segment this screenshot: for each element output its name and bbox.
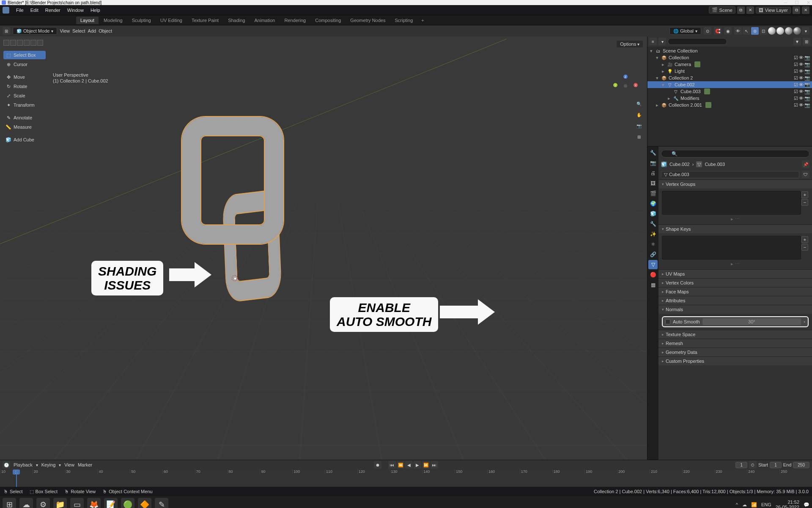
breadcrumb-b[interactable]: Cube.003 bbox=[705, 162, 725, 167]
tl-menu-keying[interactable]: Keying bbox=[41, 462, 56, 467]
app-icon-1[interactable]: ▭ bbox=[70, 498, 84, 508]
panel-attributes-header[interactable]: ▸Attributes bbox=[658, 296, 812, 305]
explorer-icon[interactable]: 📁 bbox=[53, 498, 67, 508]
tool-add-cube[interactable]: 🧊Add Cube bbox=[3, 135, 46, 144]
tl-menu-marker[interactable]: Marker bbox=[78, 462, 92, 467]
play-reverse-icon[interactable]: ◀ bbox=[405, 461, 413, 469]
proptab-object[interactable]: 🧊 bbox=[648, 209, 658, 218]
tab-compositing[interactable]: Compositing bbox=[311, 17, 345, 24]
tab-modeling[interactable]: Modeling bbox=[99, 17, 127, 24]
notepad-icon[interactable]: 📝 bbox=[104, 498, 118, 508]
sel-mode-3-icon[interactable] bbox=[17, 40, 23, 46]
remove-icon[interactable]: − bbox=[801, 199, 808, 206]
panel-remesh-header[interactable]: ▸Remesh bbox=[658, 339, 812, 348]
proptab-world[interactable]: 🌍 bbox=[648, 199, 658, 208]
proptab-material[interactable]: 🔴 bbox=[648, 270, 658, 279]
restrict-select-icon[interactable]: ☑ bbox=[794, 62, 798, 67]
outliner-new-collection-icon[interactable]: ⊞ bbox=[803, 38, 810, 45]
restrict-select-icon[interactable]: ☑ bbox=[794, 69, 798, 74]
tool-scale[interactable]: ⤢Scale bbox=[3, 91, 46, 100]
outliner-row[interactable]: ▾▽Cube.002☑👁📷 bbox=[647, 81, 812, 88]
tab-scripting[interactable]: Scripting bbox=[390, 17, 417, 24]
proptab-constraints[interactable]: 🔗 bbox=[648, 250, 658, 259]
proptab-physics[interactable]: ⚛ bbox=[648, 240, 658, 249]
disclosure-icon[interactable]: ▸ bbox=[661, 69, 665, 74]
tool-move[interactable]: ✥Move bbox=[3, 73, 46, 81]
gizmo-y-icon[interactable]: Y bbox=[613, 83, 617, 87]
keyframe-prev-icon[interactable]: ⏪ bbox=[397, 461, 404, 469]
proptab-modifiers[interactable]: 🔧 bbox=[648, 219, 658, 229]
eye-icon[interactable]: 👁 bbox=[799, 82, 804, 88]
eye-icon[interactable]: 👁 bbox=[799, 69, 804, 74]
viewport-menu-add[interactable]: Add bbox=[88, 28, 96, 33]
expand-icon[interactable]: ▸ ⋯ bbox=[662, 260, 809, 267]
restrict-select-icon[interactable]: ☑ bbox=[794, 75, 798, 81]
disclosure-icon[interactable]: ▸ bbox=[661, 62, 665, 67]
viewport-options-dropdown[interactable]: Options ▾ bbox=[617, 41, 643, 47]
tab-texture-paint[interactable]: Texture Paint bbox=[187, 17, 223, 24]
restrict-select-icon[interactable]: ☑ bbox=[794, 55, 798, 61]
sel-mode-6-icon[interactable] bbox=[37, 40, 43, 46]
panel-custom-properties-header[interactable]: ▸Custom Properties bbox=[658, 357, 812, 365]
proptab-viewlayer[interactable]: 🖼 bbox=[648, 179, 658, 188]
tab-animation[interactable]: Animation bbox=[250, 17, 280, 24]
3d-viewport[interactable]: ⬚Select Box ⊕Cursor ✥Move ↻Rotate ⤢Scale… bbox=[0, 36, 647, 460]
anim-dot-icon[interactable]: • bbox=[804, 319, 805, 324]
tl-menu-playback[interactable]: Playback bbox=[14, 462, 33, 467]
jump-end-icon[interactable]: ⏭ bbox=[431, 461, 438, 469]
xray-icon[interactable]: ⊡ bbox=[760, 27, 767, 35]
tray-date[interactable]: 26-05-2022 bbox=[776, 505, 799, 508]
orientation-selector[interactable]: 🌐 Global ▾ bbox=[669, 27, 701, 35]
outliner-view-icon[interactable]: ▾ bbox=[658, 38, 666, 45]
add-icon[interactable]: + bbox=[801, 236, 808, 243]
add-icon[interactable]: + bbox=[801, 191, 808, 198]
menu-help[interactable]: Help bbox=[87, 8, 104, 13]
tab-rendering[interactable]: Rendering bbox=[280, 17, 310, 24]
tray-lang[interactable]: ENG bbox=[761, 502, 771, 507]
play-icon[interactable]: ▶ bbox=[414, 461, 421, 469]
camera-render-icon[interactable]: 📷 bbox=[804, 82, 810, 88]
current-frame-field[interactable]: 1 bbox=[735, 462, 747, 468]
pan-icon[interactable]: ✋ bbox=[635, 111, 643, 119]
camera-render-icon[interactable]: 📷 bbox=[804, 69, 810, 74]
remove-icon[interactable]: − bbox=[801, 244, 808, 251]
gizmo-x-icon[interactable]: X bbox=[634, 83, 638, 87]
perspective-toggle-icon[interactable]: ⊞ bbox=[635, 133, 643, 141]
datablock-selector[interactable]: ▽ Cube.003 bbox=[661, 171, 799, 178]
proptab-data[interactable]: ▽ bbox=[648, 260, 658, 269]
outliner-filter-icon[interactable]: ▼ bbox=[793, 38, 801, 45]
gizmo-z-icon[interactable]: Z bbox=[623, 75, 628, 79]
tl-menu-view[interactable]: View bbox=[64, 462, 74, 467]
tab-uv-editing[interactable]: UV Editing bbox=[156, 17, 187, 24]
viewlayer-delete-icon[interactable]: ✕ bbox=[802, 6, 809, 14]
autokey-icon[interactable]: ⏺ bbox=[374, 461, 381, 469]
disclosure-icon[interactable]: ▾ bbox=[655, 55, 659, 61]
app-icon-2[interactable]: 🟢 bbox=[121, 498, 134, 508]
gizmo-toggle-icon[interactable]: ↖ bbox=[743, 27, 750, 35]
outliner-row[interactable]: ▸🎥Camera☑👁📷 bbox=[647, 61, 812, 68]
tool-annotate[interactable]: ✎Annotate bbox=[3, 113, 46, 122]
jump-start-icon[interactable]: ⏮ bbox=[388, 461, 396, 469]
sel-mode-1-icon[interactable] bbox=[3, 40, 9, 46]
proptab-render[interactable]: 📷 bbox=[648, 158, 658, 168]
timeline-editor-icon[interactable]: 🕐 bbox=[3, 461, 10, 469]
auto-smooth-angle-field[interactable]: 30° bbox=[702, 318, 801, 325]
pivot-icon[interactable]: ⊙ bbox=[704, 27, 711, 35]
camera-render-icon[interactable]: 📷 bbox=[804, 96, 810, 101]
scene-copy-icon[interactable]: ⧉ bbox=[737, 6, 745, 14]
frame-popup-icon[interactable]: ⏲ bbox=[749, 461, 757, 469]
camera-view-icon[interactable]: 📷 bbox=[635, 122, 643, 130]
camera-render-icon[interactable]: 📷 bbox=[804, 55, 810, 61]
outliner-row[interactable]: ▾📦Collection 2☑👁📷 bbox=[647, 75, 812, 81]
blender-logo-icon[interactable] bbox=[3, 7, 9, 14]
tool-rotate[interactable]: ↻Rotate bbox=[3, 82, 46, 91]
tool-cursor[interactable]: ⊕Cursor bbox=[3, 60, 46, 69]
camera-render-icon[interactable]: 📷 bbox=[804, 62, 810, 67]
menu-file[interactable]: File bbox=[13, 8, 27, 13]
shading-wireframe-icon[interactable] bbox=[768, 27, 776, 35]
outliner-row[interactable]: ▸🔧Modifiers☑👁📷 bbox=[647, 95, 812, 102]
pin-icon[interactable]: 📌 bbox=[802, 160, 809, 168]
disclosure-icon[interactable]: ▸ bbox=[655, 102, 659, 108]
breadcrumb-a[interactable]: Cube.002 bbox=[669, 162, 690, 167]
proptab-tool[interactable]: 🔧 bbox=[648, 148, 658, 157]
